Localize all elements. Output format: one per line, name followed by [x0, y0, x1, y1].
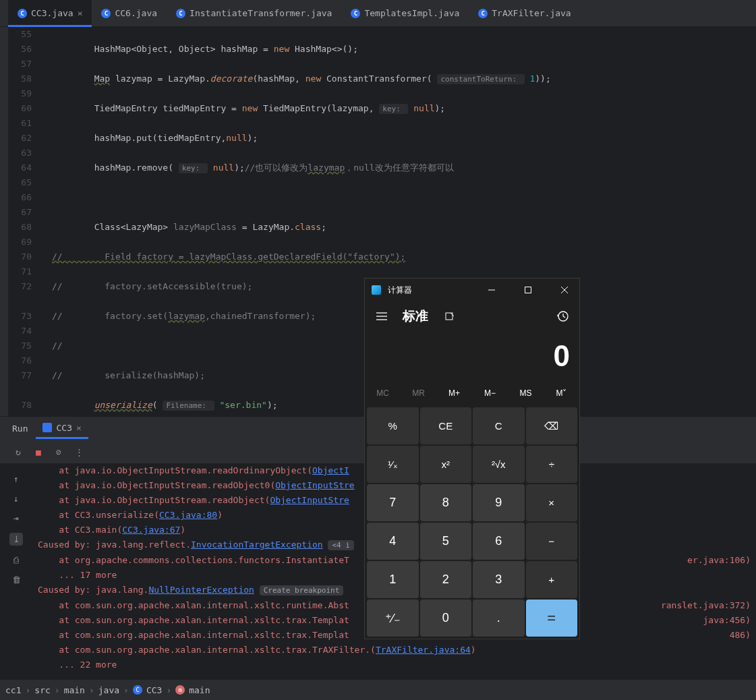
calculator-title: 计算器 [388, 285, 470, 296]
history-icon[interactable] [551, 310, 574, 322]
svg-line-11 [563, 316, 565, 318]
rerun-icon[interactable]: ↻ [12, 446, 24, 458]
key-6[interactable]: 6 [473, 523, 525, 560]
memory-mc[interactable]: MC [365, 381, 401, 405]
print-icon[interactable]: ⎙ [9, 555, 23, 565]
run-tab-cc3[interactable]: CC3 × [36, 419, 88, 439]
key-−[interactable]: − [526, 523, 578, 560]
java-class-icon: C [351, 9, 360, 18]
calculator-mode-label: 标准 [403, 308, 428, 325]
key-1[interactable]: 1 [367, 561, 419, 598]
java-class-icon: C [176, 9, 185, 18]
close-icon[interactable]: × [76, 423, 82, 433]
more-icon[interactable]: ⋮ [73, 446, 85, 458]
tab-templatesimpl[interactable]: C TemplatesImpl.java [341, 0, 469, 27]
key-5[interactable]: 5 [420, 523, 472, 560]
memory-mr[interactable]: MR [401, 381, 436, 405]
tab-label: TrAXFilter.java [492, 8, 571, 18]
memory-m+[interactable]: M+ [436, 381, 472, 405]
maximize-button[interactable] [513, 279, 543, 301]
key-=[interactable]: = [526, 600, 578, 637]
memory-m˅[interactable]: M˅ [544, 381, 579, 405]
key-4[interactable]: 4 [367, 523, 419, 560]
calculator-keypad: %CEC⌫¹⁄ₓx²²√x÷789×456−123+⁺⁄₋0.= [365, 405, 579, 639]
key-×[interactable]: × [526, 484, 578, 521]
java-class-icon: C [478, 9, 488, 18]
key-x²[interactable]: x² [420, 446, 472, 483]
run-tab-label: CC3 [56, 423, 71, 433]
tab-cc6[interactable]: C CC6.java [92, 0, 167, 27]
up-icon[interactable]: ↑ [9, 474, 23, 484]
breadcrumb-item[interactable]: cc1 [5, 685, 21, 695]
key-2[interactable]: 2 [420, 561, 472, 598]
scroll-end-icon[interactable]: ⤓ [9, 533, 23, 546]
java-class-icon: C [18, 9, 27, 18]
svg-rect-1 [525, 287, 531, 293]
run-label: Run [12, 424, 28, 434]
key-7[interactable]: 7 [367, 484, 419, 521]
key-¹⁄ₓ[interactable]: ¹⁄ₓ [367, 446, 419, 483]
tab-label: CC3.java [31, 8, 74, 18]
tab-cc3[interactable]: C CC3.java × [8, 0, 92, 27]
tab-instantiatetransformer[interactable]: C InstantiateTransformer.java [167, 0, 341, 27]
key-+[interactable]: + [526, 561, 578, 598]
key-CE[interactable]: CE [420, 407, 472, 444]
calculator-memory-bar: MCMRM+M−MSM˅ [365, 381, 579, 405]
key-C[interactable]: C [473, 407, 525, 444]
stop-icon[interactable]: ■ [32, 446, 45, 458]
key-%[interactable]: % [367, 407, 419, 444]
calculator-app-icon [372, 285, 381, 295]
key-3[interactable]: 3 [473, 561, 525, 598]
tab-label: TemplatesImpl.java [364, 8, 459, 18]
key-9[interactable]: 9 [473, 484, 525, 521]
run-config-icon [42, 423, 52, 432]
editor-tabs: C CC3.java × C CC6.java C InstantiateTra… [0, 0, 756, 27]
java-class-icon: C [133, 685, 142, 695]
memory-ms[interactable]: MS [508, 381, 544, 405]
breadcrumb-item[interactable]: main [64, 685, 85, 695]
breadcrumb-item[interactable]: java [98, 685, 119, 695]
key-0[interactable]: 0 [420, 600, 472, 637]
breadcrumb-item[interactable]: src [34, 685, 50, 695]
trash-icon[interactable]: 🗑 [9, 575, 23, 585]
memory-m−[interactable]: M− [472, 381, 508, 405]
breadcrumb-item[interactable]: CC3 [146, 685, 162, 695]
key-⁺⁄₋[interactable]: ⁺⁄₋ [367, 600, 419, 637]
pin-icon[interactable] [438, 312, 461, 321]
tab-traxfilter[interactable]: C TrAXFilter.java [469, 0, 580, 27]
close-icon[interactable]: × [78, 8, 83, 18]
key-.[interactable]: . [473, 600, 525, 637]
soft-wrap-icon[interactable]: ⇥ [9, 513, 23, 523]
calculator-window[interactable]: 计算器 标准 0 MCMRM+M−MSM˅ %CEC⌫¹⁄ₓx²²√x÷789×… [364, 278, 580, 639]
calculator-titlebar[interactable]: 计算器 [365, 279, 579, 301]
key-⌫[interactable]: ⌫ [526, 407, 578, 444]
tab-label: InstantiateTransformer.java [190, 8, 332, 18]
menu-icon[interactable] [370, 312, 393, 320]
breadcrumb: cc1› src› main› java› C CC3› m main [0, 679, 756, 700]
dashboard-icon[interactable]: ⊘ [53, 446, 65, 458]
down-icon[interactable]: ↓ [9, 494, 23, 504]
close-button[interactable] [550, 279, 579, 301]
key-8[interactable]: 8 [420, 484, 472, 521]
java-class-icon: C [101, 9, 111, 18]
tab-label: CC6.java [115, 8, 157, 18]
key-²√x[interactable]: ²√x [473, 446, 525, 483]
calculator-mode-bar: 标准 [365, 301, 579, 331]
key-÷[interactable]: ÷ [526, 446, 578, 483]
method-icon: m [175, 685, 185, 695]
console-side-toolbar: ↑ ↓ ⇥ ⤓ ⎙ 🗑 [0, 463, 32, 679]
minimize-button[interactable] [477, 279, 506, 301]
breadcrumb-item[interactable]: main [189, 685, 210, 695]
calculator-display: 0 [365, 331, 579, 381]
line-gutter: 5556575859606162636465666768697071727374… [8, 27, 38, 416]
